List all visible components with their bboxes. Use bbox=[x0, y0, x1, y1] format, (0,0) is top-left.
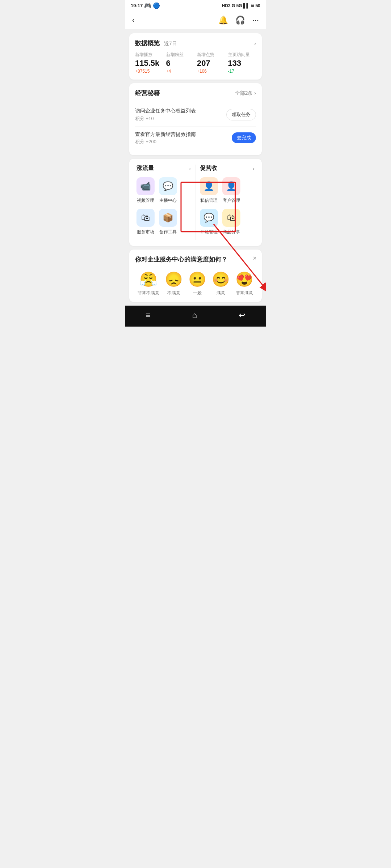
tool-icon: 📹 bbox=[136, 177, 155, 195]
stat-label: 新增播放 bbox=[135, 52, 163, 58]
tools-left-more[interactable]: › bbox=[189, 166, 191, 171]
task-desc: 查看官方最新经营提效指南 bbox=[135, 131, 196, 138]
emoji-label: 不满意 bbox=[167, 290, 180, 296]
nav-home-icon[interactable]: ⌂ bbox=[192, 311, 197, 320]
tools-right-row1: 👤 私信管理 👤 客户管理 bbox=[200, 177, 255, 204]
business-secrets-card: 经营秘籍 全部2条 › 访问企业任务中心权益列表 积分 +10 领取任务 查看官… bbox=[129, 83, 262, 155]
nav-menu-icon[interactable]: ≡ bbox=[146, 311, 151, 320]
more-icon[interactable]: ··· bbox=[252, 16, 259, 25]
tool-label: 服务市场 bbox=[137, 229, 154, 235]
task-list: 访问企业任务中心权益列表 积分 +10 领取任务 查看官方最新经营提效指南 积分… bbox=[135, 103, 256, 149]
tools-right-half: 促营收 › 👤 私信管理 👤 客户管理 💬 评论管理 🛍 商品分享 bbox=[196, 165, 256, 240]
stat-value: 115.5k bbox=[135, 59, 163, 68]
tools-section: 涨流量 › 📹 视频管理 💬 主播中心 🛍 服务市场 📦 创作工具 促营收 › bbox=[129, 159, 262, 246]
emoji-face: 😐 bbox=[188, 271, 206, 288]
tool-label: 私信管理 bbox=[200, 197, 218, 204]
data-overview-title: 数据概览 bbox=[135, 40, 160, 47]
data-overview-card: 数据概览 近7日 › 新增播放 115.5k +87515 新增粉丝 6 +4 … bbox=[129, 33, 262, 80]
tool-icon: 🛍 bbox=[222, 209, 240, 227]
bell-icon[interactable]: 🔔 bbox=[218, 16, 228, 25]
stat-value: 207 bbox=[197, 59, 225, 68]
tool-label: 主播中心 bbox=[159, 197, 177, 204]
tool-item[interactable]: 👤 私信管理 bbox=[200, 177, 218, 204]
tool-item[interactable]: 📦 创作工具 bbox=[159, 209, 177, 235]
emoji-face: 😍 bbox=[235, 271, 253, 288]
task-info: 查看官方最新经营提效指南 积分 +200 bbox=[135, 131, 196, 145]
emoji-face: 😊 bbox=[212, 271, 230, 288]
task-btn[interactable]: 去完成 bbox=[232, 132, 256, 143]
data-overview-more[interactable]: › bbox=[254, 41, 256, 46]
status-time: 19:17 🎮 🔵 bbox=[131, 2, 160, 9]
task-desc: 访问企业任务中心权益列表 bbox=[135, 107, 196, 115]
survey-title: 你对企业服务中心的满意度如何？ bbox=[135, 255, 256, 264]
tool-icon: 💬 bbox=[159, 177, 177, 195]
survey-option[interactable]: 😞 不满意 bbox=[165, 271, 183, 296]
tool-icon: 📦 bbox=[159, 209, 177, 227]
task-row: 访问企业任务中心权益列表 积分 +10 领取任务 bbox=[135, 103, 256, 127]
stat-item: 新增粉丝 6 +4 bbox=[166, 52, 194, 74]
task-points: 积分 +200 bbox=[135, 139, 196, 145]
business-more[interactable]: 全部2条 › bbox=[235, 90, 256, 97]
tool-item[interactable]: 📹 视频管理 bbox=[136, 177, 155, 204]
tool-label: 评论管理 bbox=[200, 229, 218, 235]
tool-item[interactable]: 💬 评论管理 bbox=[200, 209, 218, 235]
tool-item[interactable]: 🛍 服务市场 bbox=[136, 209, 155, 235]
emoji-label: 非常满意 bbox=[236, 290, 253, 296]
tool-icon: 🛍 bbox=[136, 209, 155, 227]
stat-change: +4 bbox=[166, 69, 194, 74]
stat-value: 6 bbox=[166, 59, 194, 68]
survey-option[interactable]: 😍 非常满意 bbox=[235, 271, 253, 296]
tools-right-title: 促营收 bbox=[200, 165, 217, 172]
tool-icon: 👤 bbox=[222, 177, 240, 195]
stat-label: 主页访问量 bbox=[228, 52, 256, 58]
survey-option[interactable]: 😤 非常不满意 bbox=[138, 271, 159, 296]
task-points: 积分 +10 bbox=[135, 115, 196, 122]
business-title: 经营秘籍 bbox=[135, 89, 160, 97]
stat-item: 主页访问量 133 -17 bbox=[228, 52, 256, 74]
tool-icon: 💬 bbox=[200, 209, 218, 227]
headset-icon[interactable]: 🎧 bbox=[235, 16, 245, 25]
emoji-label: 非常不满意 bbox=[138, 290, 159, 296]
stat-item: 新增点赞 207 +106 bbox=[197, 52, 225, 74]
survey-options: 😤 非常不满意 😞 不满意 😐 一般 😊 满意 😍 非常满意 bbox=[135, 271, 256, 296]
tools-left-row1: 📹 视频管理 💬 主播中心 bbox=[136, 177, 191, 204]
stat-value: 133 bbox=[228, 59, 256, 68]
task-row: 查看官方最新经营提效指南 积分 +200 去完成 bbox=[135, 127, 256, 150]
tool-label: 创作工具 bbox=[159, 229, 177, 235]
tools-left-row2: 🛍 服务市场 📦 创作工具 bbox=[136, 209, 191, 235]
stat-change: -17 bbox=[228, 69, 256, 74]
tool-icon: 👤 bbox=[200, 177, 218, 195]
stat-item: 新增播放 115.5k +87515 bbox=[135, 52, 163, 74]
tools-left-title: 涨流量 bbox=[136, 165, 154, 172]
tools-right-row2: 💬 评论管理 🛍 商品分享 bbox=[200, 209, 255, 235]
emoji-face: 😞 bbox=[165, 271, 183, 288]
survey-option[interactable]: 😐 一般 bbox=[188, 271, 206, 296]
stat-change: +106 bbox=[197, 69, 225, 74]
time-display: 19:17 bbox=[131, 3, 143, 8]
emoji-label: 一般 bbox=[193, 290, 202, 296]
tool-label: 客户管理 bbox=[223, 197, 240, 204]
stat-change: +87515 bbox=[135, 69, 163, 74]
survey-option[interactable]: 😊 满意 bbox=[212, 271, 230, 296]
survey-close-button[interactable]: × bbox=[253, 255, 257, 262]
bottom-nav: ≡ ⌂ ↩ bbox=[125, 306, 266, 327]
stat-label: 新增粉丝 bbox=[166, 52, 194, 58]
tool-label: 视频管理 bbox=[137, 197, 154, 204]
status-icons: HD2 G 5G ▌▌ ≋ 50 bbox=[222, 3, 260, 8]
tools-right-more[interactable]: › bbox=[253, 166, 255, 171]
task-btn[interactable]: 领取任务 bbox=[226, 109, 256, 120]
data-overview-subtitle: 近7日 bbox=[164, 41, 177, 46]
task-info: 访问企业任务中心权益列表 积分 +10 bbox=[135, 107, 196, 122]
tool-item[interactable]: 💬 主播中心 bbox=[159, 177, 177, 204]
stat-label: 新增点赞 bbox=[197, 52, 225, 58]
tool-item[interactable]: 👤 客户管理 bbox=[222, 177, 240, 204]
signal-icons: HD2 G 5G ▌▌ ≋ 50 bbox=[222, 3, 260, 8]
emoji-label: 满意 bbox=[216, 290, 225, 296]
tools-left-half: 涨流量 › 📹 视频管理 💬 主播中心 🛍 服务市场 📦 创作工具 bbox=[135, 165, 196, 240]
tool-label: 商品分享 bbox=[223, 229, 240, 235]
tool-item[interactable]: 🛍 商品分享 bbox=[222, 209, 240, 235]
status-bar: 19:17 🎮 🔵 HD2 G 5G ▌▌ ≋ 50 bbox=[125, 0, 266, 11]
emoji-face: 😤 bbox=[139, 271, 157, 288]
back-button[interactable]: ‹ bbox=[132, 16, 135, 25]
nav-back-icon[interactable]: ↩ bbox=[239, 311, 245, 320]
